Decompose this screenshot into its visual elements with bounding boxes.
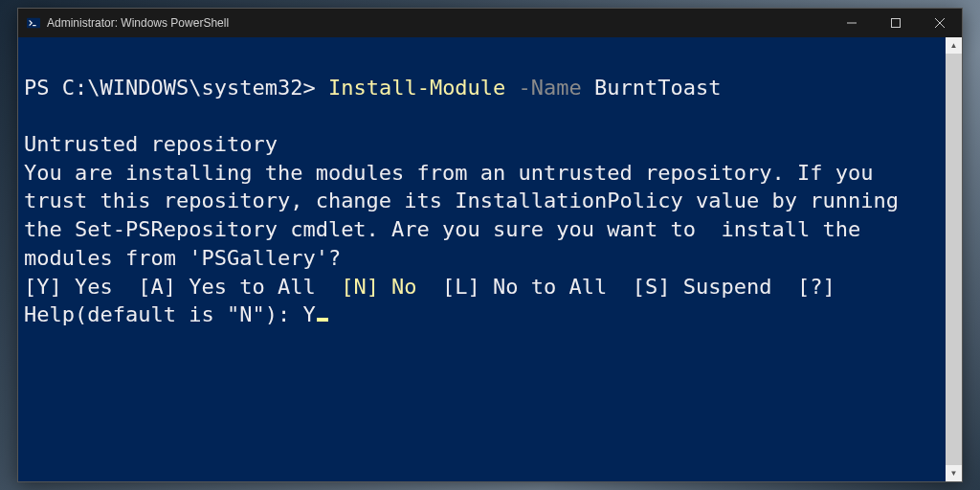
window-controls (830, 9, 962, 37)
svg-rect-3 (892, 19, 901, 28)
prompt-path: C:\WINDOWS\system32 (62, 76, 303, 100)
powershell-icon (26, 15, 41, 31)
option-yes-all: [A] Yes to All (138, 275, 341, 299)
user-input: Y (302, 302, 315, 326)
terminal-area: PS C:\WINDOWS\system32> Install-Module -… (18, 37, 962, 481)
warning-title: Untrusted repository (24, 132, 278, 156)
scrollbar[interactable]: ▲ ▼ (946, 37, 962, 481)
titlebar[interactable]: Administrator: Windows PowerShell (18, 9, 962, 37)
cursor (317, 318, 328, 322)
option-no-all: [L] No to All (417, 275, 633, 299)
option-suspend: [S] Suspend (633, 275, 797, 299)
scroll-up-arrow[interactable]: ▲ (946, 37, 962, 54)
option-no: [N] No (341, 275, 416, 299)
warning-body: You are installing the modules from an u… (24, 161, 911, 270)
close-button[interactable] (918, 9, 962, 37)
prompt-prefix: PS (24, 76, 62, 100)
terminal[interactable]: PS C:\WINDOWS\system32> Install-Module -… (18, 37, 946, 481)
scrollbar-thumb[interactable] (946, 54, 962, 465)
powershell-window: Administrator: Windows PowerShell PS C:\… (17, 8, 963, 482)
maximize-button[interactable] (874, 9, 918, 37)
scroll-down-arrow[interactable]: ▼ (946, 465, 962, 481)
prompt-suffix: > (302, 76, 328, 100)
minimize-button[interactable] (830, 9, 874, 37)
scrollbar-track[interactable] (946, 54, 962, 465)
window-title: Administrator: Windows PowerShell (47, 16, 830, 30)
command-name: Install-Module (328, 76, 505, 100)
svg-rect-0 (27, 18, 40, 29)
param-value: BurntToast (594, 76, 721, 100)
param-flag: -Name (505, 76, 594, 100)
option-yes: [Y] Yes (24, 275, 138, 299)
